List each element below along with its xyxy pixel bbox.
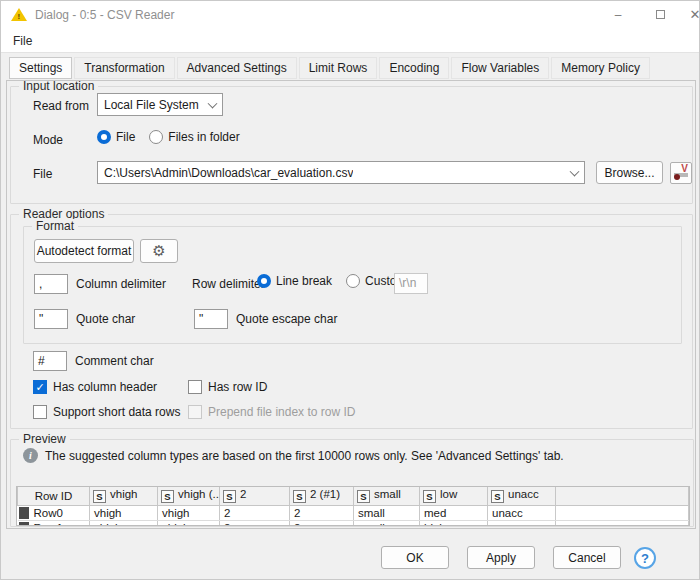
row-id-cell[interactable]: Row0 <box>18 505 90 520</box>
column-header-row-id[interactable]: Row ID <box>18 487 90 505</box>
tab-settings[interactable]: Settings <box>9 57 72 79</box>
data-cell[interactable]: vhigh <box>158 520 220 526</box>
quote-escape-char-label: Quote escape char <box>236 312 337 326</box>
column-header-label: 2 (#1) <box>310 488 340 500</box>
row-delimiter-radio-group: Line breakCustom <box>257 274 406 288</box>
column-header-label: Row ID <box>35 490 73 502</box>
data-cell[interactable]: unacc <box>488 520 556 526</box>
column-header-label: 2 <box>240 488 246 500</box>
quote-char-field[interactable]: " <box>34 309 68 329</box>
tab-advanced-settings[interactable]: Advanced Settings <box>177 57 297 79</box>
column-header-small[interactable]: Ssmall <box>354 487 420 505</box>
data-cell[interactable]: 2 <box>220 520 290 526</box>
data-cell[interactable]: 2 <box>220 505 290 520</box>
row-delimiter-option-line-break[interactable]: Line break <box>257 274 332 288</box>
tab-strip: SettingsTransformationAdvanced SettingsL… <box>9 57 652 79</box>
csv-reader-dialog: ! Dialog - 0:5 - CSV Reader – ✕ File Set… <box>0 0 700 580</box>
column-header-2[interactable]: S2 <box>220 487 290 505</box>
string-type-icon: S <box>161 490 174 503</box>
column-header-unacc[interactable]: Sunacc <box>488 487 556 505</box>
settings-scroll-pane[interactable]: Input location Read from Local File Syst… <box>6 80 696 529</box>
title-bar: ! Dialog - 0:5 - CSV Reader – ✕ <box>1 1 699 28</box>
read-from-label: Read from <box>33 99 89 113</box>
string-type-icon: S <box>93 490 106 503</box>
column-delimiter-field[interactable]: , <box>34 274 68 294</box>
window-title: Dialog - 0:5 - CSV Reader <box>35 8 174 22</box>
cell-value: unacc <box>492 522 523 527</box>
tab-encoding[interactable]: Encoding <box>379 57 449 79</box>
checkbox-unchecked-icon <box>33 405 47 419</box>
row-id-cell[interactable]: Row1 <box>18 520 90 526</box>
menu-file[interactable]: File <box>8 33 37 49</box>
help-button[interactable]: ? <box>634 547 656 569</box>
radio-unselected-icon <box>346 274 360 288</box>
data-cell[interactable]: small <box>354 520 420 526</box>
cell-value: vhigh <box>94 507 122 519</box>
close-button[interactable]: ✕ <box>683 1 700 28</box>
cell-value: 2 <box>294 507 300 519</box>
data-cell[interactable]: med <box>420 505 488 520</box>
string-type-icon: S <box>293 490 306 503</box>
format-settings-button[interactable]: ⚙ <box>140 239 178 263</box>
read-from-value: Local File System <box>104 98 199 112</box>
data-cell[interactable]: vhigh <box>90 520 158 526</box>
data-cell[interactable]: 2 <box>290 520 354 526</box>
cell-value: vhigh <box>94 522 122 527</box>
cell-value: med <box>424 507 446 519</box>
has-column-header-checkbox[interactable]: ✓Has column header <box>33 380 157 394</box>
checkbox-checked-icon: ✓ <box>33 380 47 394</box>
ok-button[interactable]: OK <box>381 546 449 569</box>
minimize-button[interactable]: – <box>601 1 635 28</box>
data-cell-filler <box>556 520 689 526</box>
mode-option-file[interactable]: File <box>97 130 135 144</box>
input-location-group: Input location Read from Local File Syst… <box>10 86 693 204</box>
has-row-id-checkbox[interactable]: Has row ID <box>188 380 267 394</box>
comment-char-field[interactable]: # <box>33 351 67 371</box>
quote-escape-char-field[interactable]: " <box>194 309 228 329</box>
radio-selected-icon <box>257 274 271 288</box>
menu-bar: File <box>1 28 699 53</box>
tab-flow-variables[interactable]: Flow Variables <box>451 57 549 79</box>
cell-value: high <box>424 522 446 527</box>
autodetect-format-button[interactable]: Autodetect format <box>34 239 134 263</box>
data-cell-filler <box>556 505 689 520</box>
maximize-button[interactable] <box>643 1 677 28</box>
tab-limit-rows[interactable]: Limit Rows <box>299 57 378 79</box>
column-header-vhigh[interactable]: Svhigh (... <box>158 487 220 505</box>
data-cell[interactable]: 2 <box>290 505 354 520</box>
cell-value: Row1 <box>34 522 63 527</box>
data-cell[interactable]: vhigh <box>158 505 220 520</box>
mode-label: Mode <box>33 133 63 147</box>
browse-button[interactable]: Browse... <box>596 161 663 184</box>
apply-button[interactable]: Apply <box>467 546 535 569</box>
tab-transformation[interactable]: Transformation <box>74 57 174 79</box>
prepend-file-index-checkbox: Prepend file index to row ID <box>188 405 355 419</box>
cell-value: vhigh <box>162 507 190 519</box>
file-path-combobox[interactable]: C:\Users\Admin\Downloads\car_evaluation.… <box>97 161 585 184</box>
info-icon: i <box>23 448 38 463</box>
preview-table-grid: Row IDSvhighSvhigh (...S2S2 (#1)SsmallSl… <box>17 487 689 526</box>
preview-table[interactable]: Row IDSvhighSvhigh (...S2S2 (#1)SsmallSl… <box>16 486 690 526</box>
column-header-low[interactable]: Slow <box>420 487 488 505</box>
read-from-combobox[interactable]: Local File System <box>97 93 223 116</box>
checkbox-label: Has column header <box>53 380 157 394</box>
cancel-button[interactable]: Cancel <box>553 546 621 569</box>
data-cell[interactable]: vhigh <box>90 505 158 520</box>
column-header-label: unacc <box>508 488 539 500</box>
data-cell[interactable]: small <box>354 505 420 520</box>
tab-memory-policy[interactable]: Memory Policy <box>551 57 650 79</box>
data-cell[interactable]: unacc <box>488 505 556 520</box>
mode-option-files-in-folder[interactable]: Files in folder <box>149 130 239 144</box>
support-short-data-rows-checkbox[interactable]: Support short data rows <box>33 405 180 419</box>
row-marker <box>19 507 29 519</box>
column-header-2-1[interactable]: S2 (#1) <box>290 487 354 505</box>
row-delimiter-label: Row delimiter <box>192 277 265 291</box>
column-header-vhigh[interactable]: Svhigh <box>90 487 158 505</box>
checkbox-unchecked-icon <box>188 380 202 394</box>
data-cell[interactable]: high <box>420 520 488 526</box>
preview-group: Preview i The suggested column types are… <box>10 439 694 527</box>
warning-triangle-icon: ! <box>11 8 27 21</box>
flow-variable-button[interactable]: V <box>670 162 692 184</box>
column-header-label: vhigh (... <box>178 488 220 500</box>
chevron-down-icon <box>570 166 580 176</box>
